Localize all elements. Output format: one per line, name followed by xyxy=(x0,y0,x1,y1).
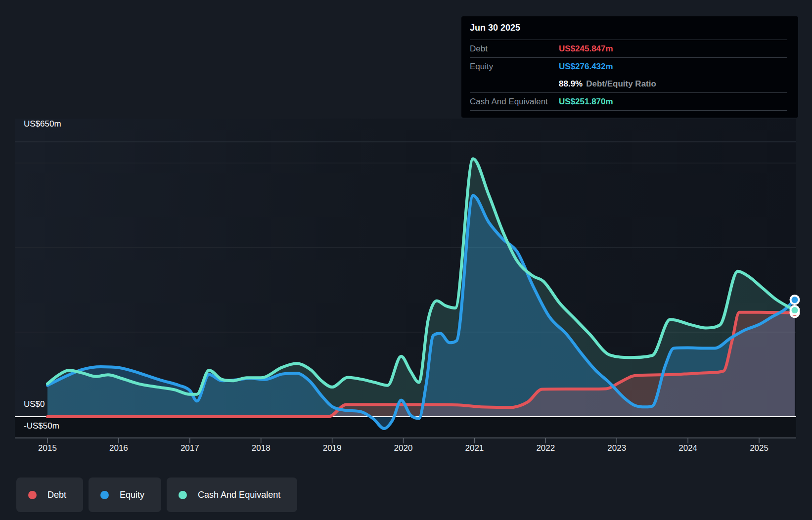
legend-cash-label: Cash And Equivalent xyxy=(198,490,280,500)
tooltip-row-cash: Cash And Equivalent US$251.870m xyxy=(470,93,787,111)
legend-debt-label: Debt xyxy=(47,490,66,500)
x-axis-label-2019: 2019 xyxy=(315,443,350,453)
endpoint-dot-equity xyxy=(792,297,798,303)
x-axis-label-2024: 2024 xyxy=(670,443,706,453)
tooltip-cash-label: Cash And Equivalent xyxy=(470,97,559,107)
x-axis-label-2022: 2022 xyxy=(528,443,563,453)
chart-legend: Debt Equity Cash And Equivalent xyxy=(16,477,297,512)
x-axis-label-2023: 2023 xyxy=(599,443,634,453)
x-axis-label-2021: 2021 xyxy=(456,443,492,453)
endpoint-dot-cash xyxy=(792,307,798,313)
y-axis-label-650m: US$650m xyxy=(24,119,61,129)
x-axis-label-2016: 2016 xyxy=(101,443,136,453)
x-axis-label-2018: 2018 xyxy=(243,443,279,453)
cash-dot-icon xyxy=(179,491,187,499)
tooltip-equity-value: US$276.432m xyxy=(559,62,613,72)
legend-item-equity[interactable]: Equity xyxy=(89,477,161,512)
tooltip-debt-label: Debt xyxy=(470,44,559,54)
debt-equity-history-chart: US$650m US$0 -US$50m 2015201620172018201… xyxy=(0,0,812,520)
x-axis-label-2015: 2015 xyxy=(30,443,65,453)
tooltip-date: Jun 30 2025 xyxy=(470,16,787,40)
legend-item-debt[interactable]: Debt xyxy=(16,477,83,512)
below-zero-band xyxy=(15,417,796,438)
tooltip-cash-value: US$251.870m xyxy=(559,97,613,107)
equity-dot-icon xyxy=(100,491,109,499)
tooltip-ratio-value: 88.9% xyxy=(559,79,583,89)
tooltip-ratio-label: Debt/Equity Ratio xyxy=(586,79,656,89)
legend-item-cash[interactable]: Cash And Equivalent xyxy=(167,477,297,512)
y-axis-label-zero: US$0 xyxy=(24,399,45,409)
x-axis-label-2025: 2025 xyxy=(741,443,777,453)
chart-tooltip: Jun 30 2025 Debt US$245.847m Equity US$2… xyxy=(461,16,798,118)
x-axis-label-2017: 2017 xyxy=(172,443,208,453)
debt-dot-icon xyxy=(28,491,37,499)
x-axis-label-2020: 2020 xyxy=(386,443,421,453)
y-axis-label-neg50m: -US$50m xyxy=(24,421,59,431)
tooltip-row-ratio: 88.9% Debt/Equity Ratio xyxy=(470,75,787,93)
tooltip-row-equity: Equity US$276.432m xyxy=(470,58,787,75)
tooltip-row-debt: Debt US$245.847m xyxy=(470,40,787,58)
tooltip-debt-value: US$245.847m xyxy=(559,44,613,54)
legend-equity-label: Equity xyxy=(120,490,144,500)
tooltip-equity-label: Equity xyxy=(470,62,559,72)
